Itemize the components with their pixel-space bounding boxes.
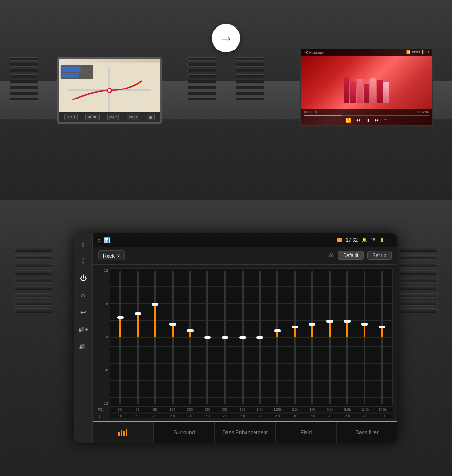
tab-surround[interactable]: Surround	[154, 422, 215, 443]
map-btn[interactable]: MAP	[107, 114, 119, 120]
slider-track-800[interactable]	[242, 271, 244, 404]
slider-track-30[interactable]	[119, 271, 121, 404]
eq-slider-col-8.0k	[339, 271, 355, 404]
label-0: 0	[98, 335, 108, 339]
vent-rows	[400, 248, 438, 313]
vent-slat	[10, 91, 38, 95]
slider-handle-3.0k[interactable]	[309, 323, 315, 326]
next-icon[interactable]: ⏭	[375, 118, 380, 123]
fc-cell-800: 800	[235, 407, 251, 412]
slider-handle-800[interactable]	[239, 336, 246, 339]
power-icon[interactable]: ⏻	[77, 271, 90, 285]
vent-bar	[400, 286, 438, 290]
slider-track-1.0k[interactable]	[259, 271, 261, 404]
slider-track-2.0k[interactable]	[294, 271, 296, 404]
slider-track-5.0k[interactable]	[329, 271, 331, 404]
slider-handle-1.0k[interactable]	[256, 336, 263, 339]
eq-slider-col-800	[235, 271, 251, 404]
home-icon[interactable]: ⌂	[77, 288, 90, 302]
fc-cell-30: 30	[112, 407, 128, 412]
prev-icon[interactable]: ⏮	[356, 118, 361, 123]
slider-handle-500[interactable]	[222, 336, 228, 339]
slider-track-80[interactable]	[154, 271, 156, 404]
vent-bar	[14, 248, 52, 252]
slider-track-16.0k[interactable]	[381, 271, 383, 404]
tab-eq[interactable]	[93, 422, 154, 443]
eq-sidebar: MIC RST ⏻ ⌂ ↩ 🔊+ 🔊-	[74, 233, 93, 443]
default-button[interactable]: Default	[338, 251, 364, 260]
old-screen-buttons: DEST MENU MAP INFO ▣	[59, 112, 160, 122]
label-neg6: -6	[98, 368, 108, 372]
q-cell-12.0k: 2.0	[357, 414, 373, 418]
slider-track-125[interactable]	[172, 271, 174, 404]
q-cell-16.0k: 2.0	[374, 414, 391, 418]
eq-slider-col-320	[199, 271, 216, 404]
volume-up-icon[interactable]: 🔊+	[77, 323, 90, 336]
vent-slat	[187, 86, 216, 89]
slider-handle-30[interactable]	[117, 316, 124, 319]
preset-dropdown[interactable]: Rock ∨	[98, 250, 125, 260]
wifi-icon: 📶	[337, 238, 342, 242]
all-label: All	[329, 253, 334, 258]
q-cell-125: 2.0	[164, 414, 180, 418]
slider-handle-200[interactable]	[187, 329, 194, 332]
slider-track-50[interactable]	[137, 271, 139, 404]
preset-label: Rock	[103, 253, 115, 258]
video-visual-content	[301, 54, 432, 103]
eq-slider-col-30	[112, 271, 128, 404]
slider-track-1.25k[interactable]	[276, 271, 278, 404]
back-icon[interactable]: ↩	[77, 306, 90, 319]
setup-button[interactable]: Set up	[367, 251, 392, 260]
playlist-icon[interactable]: ≡	[384, 118, 387, 123]
volume-down-icon[interactable]: 🔊-	[77, 340, 90, 353]
video-playback-controls: 🔁 ⏮ ⏸ ⏭ ≡	[304, 118, 429, 123]
tab-field[interactable]: Field	[276, 422, 337, 443]
slider-track-200[interactable]	[189, 271, 191, 404]
vent-slat	[236, 69, 264, 72]
fc-cell-5.0k: 5.0k	[322, 407, 338, 412]
vent-bar	[400, 255, 438, 260]
vent-bar	[400, 263, 438, 268]
slider-handle-12.0k[interactable]	[361, 323, 368, 326]
vent-bar	[400, 308, 438, 313]
menu-btn[interactable]: MENU	[85, 114, 100, 120]
tab-bass-filter[interactable]: Bass filter	[337, 422, 397, 443]
slider-handle-125[interactable]	[169, 323, 176, 326]
slider-handle-50[interactable]	[135, 312, 141, 315]
slider-handle-80[interactable]	[152, 303, 158, 306]
slider-handle-16.0k[interactable]	[379, 326, 385, 328]
pause-icon[interactable]: ⏸	[365, 118, 370, 123]
video-progress-fill	[304, 115, 342, 116]
vent-slat	[10, 74, 38, 78]
video-progress-bar[interactable]	[304, 115, 429, 116]
slider-handle-5.0k[interactable]	[326, 320, 333, 323]
slider-track-12.0k[interactable]	[364, 271, 365, 404]
dest-btn[interactable]: DEST	[64, 114, 78, 120]
fc-cell-3.0k: 3.0k	[305, 407, 321, 412]
slider-handle-8.0k[interactable]	[344, 320, 351, 323]
eq-slider-col-12.0k	[357, 271, 373, 404]
info-btn[interactable]: INFO	[127, 114, 139, 120]
right-vent-left	[10, 57, 38, 114]
slider-handle-2.0k[interactable]	[292, 326, 298, 328]
slider-handle-320[interactable]	[204, 336, 211, 339]
slider-handle-1.25k[interactable]	[274, 329, 281, 332]
left-vent-left	[187, 57, 216, 114]
extra-btn[interactable]: ▣	[147, 114, 155, 120]
slider-track-8.0k[interactable]	[346, 271, 348, 404]
repeat-icon[interactable]: 🔁	[345, 118, 351, 123]
tab-bass-enhancement[interactable]: Bass Enhancement	[215, 422, 275, 443]
rst-button[interactable]: RST	[77, 254, 90, 268]
q-cell-1.0k: 2.0	[252, 414, 268, 418]
tab-label-field: Field	[300, 429, 312, 435]
vent-slat	[236, 63, 264, 67]
vent-bar	[14, 255, 52, 260]
slider-track-500[interactable]	[224, 271, 226, 404]
back-nav-icon[interactable]: ←	[388, 238, 393, 242]
eq-slider-col-80	[147, 271, 163, 404]
q-cell-1.25k: 2.0	[269, 414, 285, 418]
slider-track-320[interactable]	[206, 271, 208, 404]
q-label: Q:	[98, 414, 110, 418]
vent-slat	[10, 57, 38, 61]
slider-track-3.0k[interactable]	[311, 271, 313, 404]
